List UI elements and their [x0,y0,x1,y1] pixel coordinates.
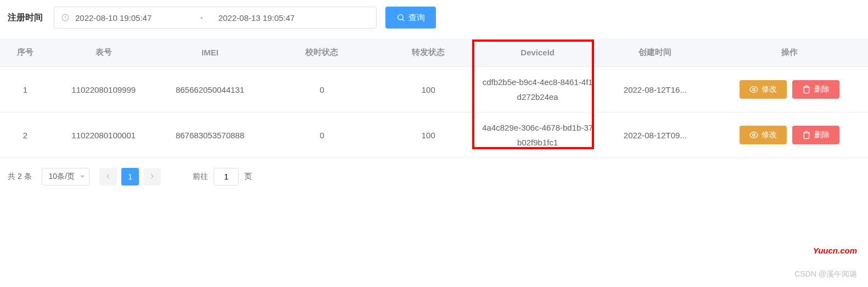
cell-ops: 修改 删除 [711,112,868,158]
cell-created: 2022-08-12T16... [599,67,711,112]
eye-icon [749,131,758,139]
svg-point-3 [753,134,755,136]
th-ops: 操作 [711,38,868,67]
svg-point-2 [753,88,755,91]
th-created: 创建时间 [599,38,711,67]
delete-label: 删除 [814,85,830,94]
jump-suffix: 页 [244,172,252,182]
table-row: 2 11022080100001 867683053570888 0 100 4… [0,112,868,158]
trash-icon [802,131,811,139]
search-button[interactable]: 查询 [385,7,436,29]
cell-fwd: 100 [381,67,476,112]
filter-bar: 注册时间 - 查询 [0,0,868,38]
pager: 1 [99,168,161,185]
watermark-site: Yuucn.com [813,246,857,255]
jump-prefix: 前往 [193,172,208,182]
chevron-right-icon [148,172,156,182]
table-row: 1 11022080109999 865662050044131 0 100 c… [0,67,868,112]
pagination: 共 2 条 10条/页 1 前往 页 [0,158,868,191]
delete-label: 删除 [814,130,830,140]
date-range-picker[interactable]: - [54,7,377,29]
next-page-button[interactable] [143,168,161,185]
eye-icon [749,85,758,94]
cell-created: 2022-08-12T09... [599,112,711,158]
page-size-label: 10条/页 [49,172,75,182]
clock-icon [61,13,70,22]
svg-point-1 [398,15,403,20]
edit-button[interactable]: 修改 [740,126,787,144]
edit-label: 修改 [761,130,777,140]
jump-to-page: 前往 页 [193,168,252,185]
cell-seq: 1 [0,67,51,112]
th-imei: IMEI [157,38,264,67]
date-end-input[interactable] [219,13,328,22]
prev-page-button[interactable] [99,168,117,185]
cell-fwd: 100 [381,112,476,158]
cell-cal: 0 [263,67,380,112]
cell-device-id: cdfb2b5e-b9c4-4ec8-8461-4f1d272b24ea [476,67,599,112]
th-cal-status: 校时状态 [263,38,380,67]
date-separator: - [200,13,203,22]
th-meter: 表号 [51,38,157,67]
cell-ops: 修改 删除 [711,67,868,112]
cell-imei: 867683053570888 [157,112,264,158]
jump-input[interactable] [214,168,239,185]
delete-button[interactable]: 删除 [792,126,839,144]
search-icon [396,13,405,22]
watermark-csdn: CSDN @溪午闻璐 [794,269,857,279]
cell-meter: 11022080100001 [51,112,157,158]
page-number-button[interactable]: 1 [121,168,139,185]
trash-icon [802,85,811,94]
cell-cal: 0 [263,112,380,158]
edit-label: 修改 [761,85,777,94]
cell-device-id: 4a4c829e-306c-4678-bd1b-37b02f9b1fc1 [476,112,599,158]
chevron-left-icon [104,172,113,182]
cell-meter: 11022080109999 [51,67,157,112]
cell-imei: 865662050044131 [157,67,264,112]
page-size-select[interactable]: 10条/页 [42,168,89,185]
cell-seq: 2 [0,112,51,158]
search-button-label: 查询 [408,13,425,23]
date-start-input[interactable] [75,13,185,22]
filter-label: 注册时间 [8,12,43,24]
total-text: 共 2 条 [8,172,32,182]
edit-button[interactable]: 修改 [740,80,787,99]
data-table: 序号 表号 IMEI 校时状态 转发状态 DeviceId 创建时间 操作 1 … [0,38,868,158]
delete-button[interactable]: 删除 [792,80,839,99]
th-seq: 序号 [0,38,51,67]
th-device-id: DeviceId [476,38,599,67]
th-fwd-status: 转发状态 [381,38,476,67]
